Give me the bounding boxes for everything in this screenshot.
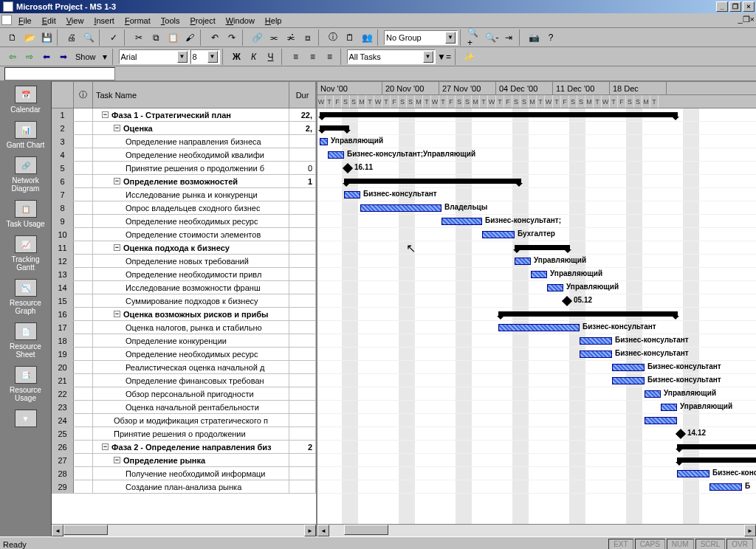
outline-toggle[interactable]: − [114, 178, 120, 184]
cell-duration[interactable] [289, 188, 316, 201]
milestone[interactable] [562, 296, 572, 306]
close-button[interactable]: × [743, 1, 755, 12]
cell-task-name[interactable]: −Фаза 1 - Стратегический план [93, 108, 289, 121]
table-row[interactable]: 9Определение необходимых ресурс [52, 215, 316, 228]
cell-task-name[interactable]: Обзор персональной пригодности [93, 387, 289, 400]
timeline-week[interactable]: 18 Dec [610, 82, 667, 94]
timeline-day[interactable]: T [480, 95, 488, 108]
link-tasks-button[interactable]: ⫘ [266, 30, 282, 46]
gantt-row[interactable] [317, 414, 756, 427]
nav-forward-button[interactable]: ⇨ [21, 49, 38, 65]
cell-task-name[interactable]: Определение необходимых ресурс [93, 348, 289, 360]
minimize-button[interactable]: _ [716, 1, 728, 12]
cell-info[interactable] [74, 454, 93, 466]
row-number[interactable]: 26 [52, 441, 74, 453]
gantt-row[interactable]: Бизнес-консультант; [317, 215, 756, 228]
table-row[interactable]: 29Создание план-анализа рынка [52, 480, 316, 494]
gantt-hscroll[interactable]: ◄► [317, 524, 756, 536]
task-bar[interactable] [580, 351, 612, 358]
view-more[interactable]: ▼ [4, 410, 48, 429]
cell-info[interactable] [74, 401, 93, 413]
timeline-day[interactable]: T [423, 95, 431, 108]
row-number[interactable]: 6 [52, 175, 74, 187]
group-combo[interactable]: No Group ▼ [384, 30, 458, 45]
table-row[interactable]: 11−Оценка подхода к бизнесу [52, 241, 316, 255]
task-bar[interactable] [498, 324, 580, 331]
cell-duration[interactable] [289, 480, 316, 493]
cell-info[interactable] [74, 188, 93, 201]
timeline-week[interactable]: 20 Nov '00 [382, 82, 439, 94]
size-combo[interactable]: 8 ▼ [190, 49, 220, 64]
row-number[interactable]: 25 [52, 427, 74, 440]
cell-duration[interactable] [289, 361, 316, 373]
task-bar[interactable] [612, 364, 645, 371]
timeline-week[interactable]: 11 Dec '00 [553, 82, 610, 94]
gantt-row[interactable]: Управляющий [317, 255, 756, 268]
menu-format[interactable]: Format [120, 15, 156, 27]
col-rownum[interactable] [52, 82, 74, 108]
cell-duration[interactable] [289, 401, 316, 413]
view-gantt-chart[interactable]: 📊Gantt Chart [4, 121, 48, 149]
indent-button[interactable]: ➡ [55, 49, 72, 65]
view-calendar[interactable]: 📅Calendar [4, 86, 48, 114]
filter-combo[interactable]: All Tasks ▼ [347, 49, 436, 64]
cell-duration[interactable]: 0 [289, 162, 316, 174]
timeline-day[interactable]: T [366, 95, 374, 108]
cell-task-name[interactable]: Определение стоимости элементов [93, 228, 289, 241]
row-number[interactable]: 11 [52, 241, 74, 254]
cell-info[interactable] [74, 361, 93, 373]
cell-task-name[interactable]: Создание план-анализа рынка [93, 480, 289, 493]
cell-info[interactable] [74, 255, 93, 267]
table-row[interactable]: 15Суммирование подходов к бизнесу [52, 294, 316, 308]
gantt-row[interactable]: Бизнес-консультант [317, 361, 756, 374]
redo-button[interactable]: ↷ [224, 30, 240, 46]
cell-info[interactable] [74, 148, 93, 161]
cell-duration[interactable] [289, 201, 316, 214]
gantt-row[interactable]: Бизнес-консультант [317, 348, 756, 361]
gantt-row[interactable]: Бизнес-консультант [317, 188, 756, 201]
task-bar[interactable] [661, 404, 677, 411]
timeline-day[interactable]: M [415, 95, 423, 108]
timeline-day[interactable]: F [504, 95, 512, 108]
gantt-row[interactable]: Бизнес-консультант [317, 321, 756, 334]
menu-view[interactable]: View [61, 15, 89, 27]
office-assistant-button[interactable]: ? [543, 30, 559, 46]
cell-info[interactable] [74, 374, 93, 387]
menu-insert[interactable]: Insert [89, 15, 120, 27]
timeline-day[interactable]: W [602, 95, 610, 108]
menu-tools[interactable]: Tools [156, 15, 185, 27]
table-row[interactable]: 26−Фаза 2 - Определение направления биз2 [52, 441, 316, 454]
italic-button[interactable]: К [246, 49, 262, 65]
row-number[interactable]: 2 [52, 122, 74, 134]
cell-info[interactable] [74, 201, 93, 214]
timeline-day[interactable]: W [431, 95, 439, 108]
cell-duration[interactable] [289, 414, 316, 427]
gantt-row[interactable] [317, 108, 756, 122]
gantt-row[interactable]: 05.12 [317, 294, 756, 308]
view-network-diagram[interactable]: 🔗Network Diagram [4, 156, 48, 193]
summary-bar[interactable] [498, 311, 678, 317]
cell-task-name[interactable]: Определение необходимости привл [93, 268, 289, 280]
table-row[interactable]: 2−Оценка2, [52, 122, 316, 135]
cell-info[interactable] [74, 308, 93, 320]
split-task-button[interactable]: ⧈ [300, 30, 316, 46]
task-bar[interactable] [677, 470, 709, 477]
row-number[interactable]: 22 [52, 387, 74, 400]
entry-box[interactable] [4, 67, 115, 80]
table-row[interactable]: 3Определение направления бизнеса [52, 135, 316, 148]
open-button[interactable]: 📂 [21, 30, 38, 46]
show-dropdown[interactable]: ▾ [100, 49, 110, 65]
cell-info[interactable] [74, 241, 93, 254]
cell-duration[interactable] [289, 454, 316, 466]
gantt-row[interactable]: 16.11 [317, 162, 756, 175]
cell-duration[interactable] [289, 215, 316, 227]
timeline-day[interactable]: T [537, 95, 545, 108]
cell-task-name[interactable]: −Оценка подхода к бизнесу [93, 241, 289, 254]
cell-duration[interactable] [289, 255, 316, 267]
print-preview-button[interactable]: 🔍 [80, 30, 97, 46]
milestone[interactable] [343, 163, 353, 173]
outline-toggle[interactable]: − [114, 311, 120, 317]
cell-duration[interactable] [289, 321, 316, 334]
menu-window[interactable]: Window [221, 15, 260, 27]
timeline-day[interactable]: F [618, 95, 626, 108]
